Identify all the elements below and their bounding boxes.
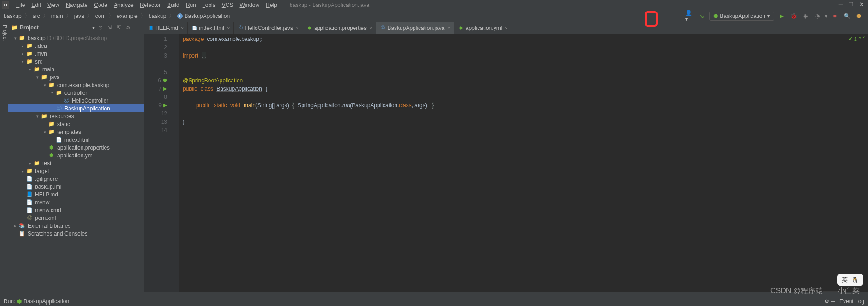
expand-all-icon[interactable]: ⇲ <box>106 24 113 31</box>
menu-vcs[interactable]: VCS <box>219 1 237 9</box>
tree-item-src[interactable]: ▾📁src <box>8 58 144 65</box>
tab-application-yml[interactable]: ⬢application.yml× <box>454 22 512 34</box>
tab-application-properties[interactable]: ⬢application.properties× <box>303 22 377 34</box>
tab-HELP-md[interactable]: 📘HELP.md× <box>144 22 188 34</box>
crumb-java[interactable]: java <box>72 13 86 19</box>
menu-file[interactable]: File <box>13 1 28 9</box>
tree-item-Scratches-and-Consoles[interactable]: 📋Scratches and Consoles <box>8 230 144 237</box>
menu-edit[interactable]: Edit <box>28 1 44 9</box>
tree-item--gitignore[interactable]: 📄.gitignore <box>8 175 144 183</box>
users-icon[interactable]: 👤▾ <box>685 12 694 21</box>
settings-icon[interactable]: ⬢ <box>854 12 863 21</box>
run-main-gutter-icon[interactable]: ▶ <box>163 101 167 110</box>
crumb-main[interactable]: main <box>49 13 65 19</box>
project-tool-window-tab[interactable]: Project <box>0 22 8 292</box>
tree-item-HELP-md[interactable]: 📘HELP.md <box>8 191 144 198</box>
tree-item-application-yml[interactable]: ⬢application.yml <box>8 151 144 159</box>
menu-navigate[interactable]: Navigate <box>63 1 91 9</box>
tab-close-icon[interactable]: × <box>505 25 507 31</box>
tree-item--idea[interactable]: ▸📁.idea <box>8 42 144 50</box>
breadcrumb: baskup〉src〉main〉java〉com〉example〉baskup〉… <box>2 12 685 20</box>
search-icon[interactable]: 🔍 <box>842 12 851 21</box>
profile-button[interactable]: ◔ <box>813 12 822 21</box>
problems-indicator[interactable]: ✔ 1 ^ ˅ <box>848 36 865 42</box>
run-class-gutter-icon[interactable]: ⬢ <box>163 76 167 85</box>
menu-analyze[interactable]: Analyze <box>111 1 137 9</box>
tab-close-icon[interactable]: × <box>369 25 372 31</box>
tree-item-index-html[interactable]: 📄index.html <box>8 136 144 144</box>
menu-bar: IJ FileEditViewNavigateCodeAnalyzeRefact… <box>0 0 868 10</box>
tree-item-main[interactable]: ▾📁main <box>8 65 144 73</box>
tree-item-mvnw[interactable]: 📄mvnw <box>8 198 144 206</box>
tab-close-icon[interactable]: × <box>181 25 184 31</box>
select-opened-icon[interactable]: ⊙ <box>97 24 104 31</box>
debug-button[interactable]: 🐞 <box>789 12 798 21</box>
tree-item-controller[interactable]: ▾📁controller <box>8 89 144 97</box>
toolbar-right: 👤▾ ↘ ⬢ BaskupApplication ▾ ▶ 🐞 ◉ ◔ ▾ ■ 🔍… <box>685 12 866 21</box>
ime-indicator[interactable]: 英 🐧 <box>837 274 863 286</box>
tree-item-BaskupApplication[interactable]: ⒸBaskupApplication <box>8 104 144 112</box>
menu-help[interactable]: Help <box>262 1 280 9</box>
settings-gear-icon[interactable]: ⚙ <box>124 24 132 31</box>
main-area: Project 📁 Project ▾ ⊙ ⇲ ⇱ ⚙ ─ ▾📁baskupD:… <box>0 22 868 292</box>
menu-tools[interactable]: Tools <box>199 1 219 9</box>
tab-HelloController-java[interactable]: ⒸHelloController.java× <box>234 22 303 34</box>
tree-item-templates[interactable]: ▾📁templates <box>8 128 144 136</box>
tree-item-pom-xml[interactable]: Ⓜpom.xml <box>8 214 144 222</box>
crumb-example[interactable]: example <box>115 13 139 19</box>
crumb-BaskupApplication[interactable]: CBaskupApplication <box>175 13 232 19</box>
crumb-baskup[interactable]: baskup <box>147 13 169 19</box>
tree-item-baskup-iml[interactable]: 📄baskup.iml <box>8 183 144 191</box>
build-icon[interactable]: ↘ <box>697 12 706 21</box>
tree-item-test[interactable]: ▸📁test <box>8 159 144 167</box>
tab-index-html[interactable]: 📄index.html× <box>188 22 234 34</box>
project-tree[interactable]: ▾📁baskupD:\BDTD\project\baskup▸📁.idea▸📁.… <box>8 33 144 292</box>
window-controls: ─ ☐ ✕ <box>839 1 864 8</box>
navigation-toolbar: baskup〉src〉main〉java〉com〉example〉baskup〉… <box>0 10 868 22</box>
menu-window[interactable]: Window <box>236 1 262 9</box>
maximize-icon[interactable]: ☐ <box>848 1 854 8</box>
project-panel-header: 📁 Project ▾ ⊙ ⇲ ⇱ ⚙ ─ <box>8 22 144 33</box>
crumb-src[interactable]: src <box>31 13 42 19</box>
tree-item-resources[interactable]: ▾📁resources <box>8 112 144 120</box>
run-button[interactable]: ▶ <box>777 12 786 21</box>
app-icon: IJ <box>2 1 9 9</box>
tab-close-icon[interactable]: × <box>227 25 230 31</box>
code-editor[interactable]: package com.example.baskup; import ... @… <box>179 34 868 292</box>
stop-button[interactable]: ■ <box>830 12 839 21</box>
tab-close-icon[interactable]: × <box>447 25 450 31</box>
tree-item-HelloController[interactable]: ⒸHelloController <box>8 97 144 104</box>
tree-item-mvnw-cmd[interactable]: 📄mvnw.cmd <box>8 206 144 214</box>
window-title: baskup - BaskupApplication.java <box>290 2 369 8</box>
menu-view[interactable]: View <box>44 1 63 9</box>
gutter-extras <box>171 34 179 292</box>
tree-item--mvn[interactable]: ▸📁.mvn <box>8 50 144 58</box>
gear-icon[interactable]: ⚙ ─ <box>824 298 835 305</box>
tab-BaskupApplication-java[interactable]: ⒸBaskupApplication.java× <box>376 22 454 34</box>
tree-item-java[interactable]: ▾📁java <box>8 73 144 81</box>
tree-item-static[interactable]: 📁static <box>8 120 144 128</box>
project-panel: 📁 Project ▾ ⊙ ⇲ ⇱ ⚙ ─ ▾📁baskupD:\BDTD\pr… <box>8 22 144 292</box>
menu-refactor[interactable]: Refactor <box>137 1 164 9</box>
hide-panel-icon[interactable]: ─ <box>134 24 141 31</box>
event-log-tab[interactable]: Event Log <box>839 298 864 305</box>
tree-item-application-properties[interactable]: ⬢application.properties <box>8 144 144 151</box>
tree-item-com-example-baskup[interactable]: ▾📁com.example.baskup <box>8 81 144 89</box>
crumb-com[interactable]: com <box>93 13 108 19</box>
collapse-all-icon[interactable]: ⇱ <box>115 24 122 31</box>
menu-run[interactable]: Run <box>183 1 199 9</box>
crumb-baskup[interactable]: baskup <box>2 13 23 19</box>
close-icon[interactable]: ✕ <box>859 1 864 8</box>
run-configuration-selector[interactable]: ⬢ BaskupApplication ▾ <box>709 12 774 21</box>
tab-close-icon[interactable]: × <box>296 25 298 31</box>
menu-code[interactable]: Code <box>91 1 111 9</box>
tree-item-target[interactable]: ▸📁target <box>8 167 144 175</box>
gutter: 1 2 3 5 6 ⬢ 7 ▶ 8 9 ▶ 12 13 14 <box>144 34 171 292</box>
minimize-icon[interactable]: ─ <box>839 1 843 8</box>
run-tool-window-tab[interactable]: Run: ⬢ BaskupApplication <box>4 298 69 305</box>
tree-item-baskup[interactable]: ▾📁baskupD:\BDTD\project\baskup <box>8 34 144 42</box>
coverage-button[interactable]: ◉ <box>801 12 810 21</box>
run-line-gutter-icon[interactable]: ▶ <box>163 85 167 93</box>
menu-build[interactable]: Build <box>164 1 183 9</box>
tree-item-External-Libraries[interactable]: ▸📚External Libraries <box>8 222 144 230</box>
